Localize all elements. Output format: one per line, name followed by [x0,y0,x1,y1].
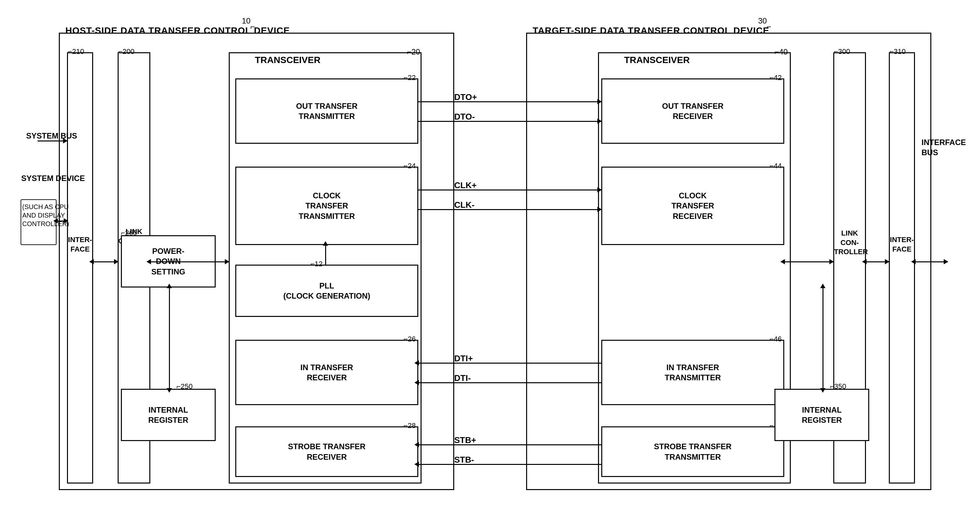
host-reg-vline [169,288,170,389]
ref-250: ⌐250 [177,382,193,391]
dti-plus-line [418,362,601,364]
stb-minus-line [418,464,601,465]
iface-bus-arrow-r [944,259,948,264]
target-link-tx-line [784,261,833,262]
clk-rx-box: CLOCKTRANSFERRECEIVER [601,167,784,245]
stb-plus-arrow [414,442,419,447]
target-internal-reg-box: INTERNALREGISTER [775,389,869,441]
strobe-rx-label: STROBE TRANSFERRECEIVER [288,442,365,462]
such-as-label: (SUCH AS CPUAND DISPLAYCONTROLLER) [22,203,69,228]
target-title: TARGET-SIDE DATA TRANSFER CONTROL DEVICE [533,25,769,36]
iface-link-arrow-r [114,259,119,264]
dto-plus-label: DTO+ [454,92,477,102]
clk-minus-arrow [597,207,602,212]
target-iface-arrow-l [862,259,867,264]
stb-minus-label: STB- [454,455,474,465]
host-internal-reg-label: INTERNALREGISTER [148,405,189,425]
target-iface-arrow-r [885,259,889,264]
link-tx-line [150,261,229,262]
pll-to-clktx-arrow [323,241,328,246]
pll-box: PLL(CLOCK GENERATION) [235,265,418,317]
target-reg-vline [822,288,824,389]
host-internal-reg-box: INTERNALREGISTER [121,389,216,441]
ref-46: ⌐46 [770,335,782,343]
target-interface-label: INTER-FACE [889,235,914,254]
ref-40: ⌐40 [775,48,788,57]
link-tx-arrow-r [225,259,229,264]
ref-22: ⌐22 [404,73,416,82]
host-reg-arrow-down [167,388,172,393]
ref-26: ⌐26 [404,335,416,343]
stb-plus-label: STB+ [454,435,476,445]
sysbus-arrow [63,138,68,143]
clk-tx-label: CLOCKTRANSFERTRANSMITTER [299,191,355,221]
dto-minus-arrow [597,119,602,124]
target-link-label: LINKCON-TROLLER [834,229,865,257]
ref-300: ⌐300 [834,48,850,56]
clk-rx-label: CLOCKTRANSFERRECEIVER [671,191,714,221]
out-tx-label: OUT TRANSFERTRANSMITTER [296,101,358,121]
iface-bus-arrow-l [911,259,916,264]
clk-plus-label: CLK+ [454,180,477,191]
dti-minus-arrow [414,380,419,385]
target-link-arrow-r [829,259,834,264]
ref-210: ⌐210 [68,48,84,56]
ref-310: ⌐310 [889,48,906,56]
out-tx-box: OUT TRANSFERTRANSMITTER [235,78,418,144]
ref-350: ⌐350 [830,382,846,391]
ref-260: ⌐260 [121,229,137,237]
diagram: 10 ⌐ 30 ⌐ HOST-SIDE DATA TRANSFER CONTRO… [20,13,961,516]
host-transceiver-label: TRANSCEIVER [255,55,321,65]
dto-minus-line [418,121,601,122]
pll-to-clktx-line [325,245,326,265]
host-reg-arrow-up [167,284,172,288]
dti-plus-label: DTI+ [454,353,473,364]
clk-tx-box: CLOCKTRANSFERTRANSMITTER [235,167,418,245]
ref-20: ⌐20 [407,48,420,57]
dti-plus-arrow [414,360,419,365]
iface-link-arrow-l [89,259,94,264]
in-rx-label: IN TRANSFERRECEIVER [300,362,353,383]
dto-plus-line [418,101,601,102]
in-tx-label: IN TRANSFERTRANSMITTER [665,362,721,383]
in-rx-box: IN TRANSFERRECEIVER [235,340,418,405]
ref-10: 10 [242,16,251,25]
interface-bus-label: INTERFACE BUS [921,137,966,157]
clk-plus-arrow [597,187,602,192]
ref-42: ⌐42 [770,73,782,82]
stb-minus-arrow [414,462,419,467]
target-internal-reg-label: INTERNALREGISTER [802,405,842,425]
target-reg-arrow-down [820,388,826,393]
device-arrow-right [64,218,68,224]
device-arrow-left [53,218,58,224]
ref-24: ⌐24 [404,162,416,170]
target-reg-arrow-up [820,284,826,288]
ref-200: ⌐200 [118,48,135,56]
in-tx-box: IN TRANSFERTRANSMITTER [601,340,784,405]
ref-30: 30 [758,16,767,25]
dto-minus-label: DTO- [454,112,475,122]
system-bus-label: SYSTEM BUS [26,131,77,141]
strobe-tx-box: STROBE TRANSFERTRANSMITTER [601,426,784,477]
dto-plus-arrow [597,99,602,104]
target-link-arrow-l [780,259,785,264]
link-tx-arrow-l [146,259,151,264]
stb-plus-line [418,444,601,445]
iface-bus-line [915,261,948,262]
host-interface-label: INTER-FACE [68,235,92,254]
out-rx-box: OUT TRANSFERRECEIVER [601,78,784,144]
ref-28: ⌐28 [404,421,416,430]
host-title: HOST-SIDE DATA TRANSFER CONTROL DEVICE [65,25,290,36]
strobe-tx-label: STROBE TRANSFERTRANSMITTER [654,442,731,462]
dti-minus-line [418,382,601,383]
ref-12: ⌐12 [310,260,323,268]
target-interface-bar [889,52,915,483]
strobe-rx-box: STROBE TRANSFERRECEIVER [235,426,418,477]
target-transceiver-label: TRANSCEIVER [624,55,690,65]
pll-label: PLL(CLOCK GENERATION) [283,281,370,301]
dti-minus-label: DTI- [454,373,471,383]
clk-minus-line [418,209,601,210]
clk-minus-label: CLK- [454,200,474,210]
ref-44: ⌐44 [770,162,782,170]
sysbus-line [38,140,67,141]
